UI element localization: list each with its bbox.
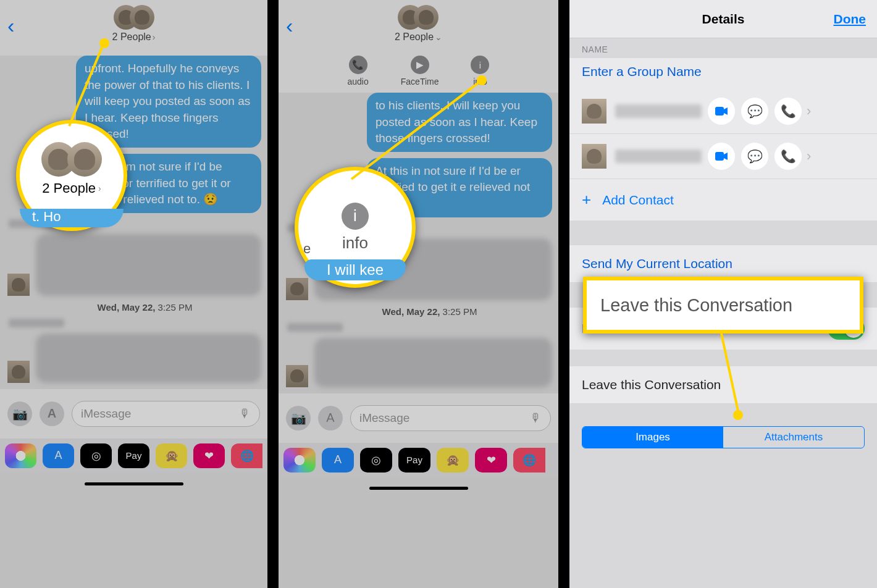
- activity-app-icon[interactable]: ◎: [360, 448, 392, 472]
- done-button[interactable]: Done: [834, 12, 867, 27]
- add-contact-row[interactable]: + Add Contact: [569, 179, 877, 220]
- info-icon: i: [471, 56, 489, 74]
- avatar: [7, 361, 30, 383]
- call-button[interactable]: 📞: [774, 98, 802, 125]
- app-store-icon[interactable]: A: [40, 401, 64, 426]
- callout-people: 2 People› t. Ho: [16, 120, 127, 231]
- people-label: 2 People: [112, 32, 151, 43]
- panel-step-2: ‹ 2 People ⌄ 📞audio ▶FaceTime iinfo to h…: [279, 0, 558, 588]
- contact-row[interactable]: 💬 📞 ›: [569, 134, 877, 179]
- segment-images[interactable]: Images: [582, 427, 723, 448]
- camera-icon[interactable]: 📷: [7, 401, 32, 426]
- callout-leave: Leave this Conversation: [583, 277, 863, 334]
- annotation-dot: [477, 75, 487, 85]
- message-button[interactable]: 💬: [741, 143, 768, 170]
- callout-info: e i info I will kee: [295, 167, 416, 288]
- avatar: [414, 5, 438, 30]
- svg-rect-3: [715, 152, 724, 161]
- facetime-button[interactable]: ▶FaceTime: [401, 56, 439, 89]
- photos-app-icon[interactable]: [5, 443, 36, 468]
- home-indicator: [0, 473, 267, 495]
- group-avatars[interactable]: [398, 5, 438, 30]
- activity-app-icon[interactable]: ◎: [80, 443, 112, 468]
- mic-icon[interactable]: 🎙: [239, 407, 251, 421]
- video-icon: ▶: [411, 56, 429, 74]
- message-input[interactable]: iMessage 🎙: [72, 401, 260, 427]
- contact-row[interactable]: 💬 📞 ›: [569, 89, 877, 134]
- svg-rect-2: [715, 107, 724, 116]
- received-bubble-redacted: [7, 334, 261, 383]
- chevron-right-icon: ›: [807, 148, 811, 164]
- people-count[interactable]: 2 People ⌄: [395, 32, 442, 43]
- mic-icon[interactable]: 🎙: [530, 411, 542, 425]
- panel-step-3-details: Details Done NAME Enter a Group Name 💬 📞…: [569, 0, 877, 588]
- leave-conversation-row[interactable]: Leave this Conversation: [569, 366, 877, 404]
- memoji-app-icon[interactable]: 🙊: [156, 443, 187, 468]
- apple-pay-icon[interactable]: Pay: [398, 448, 430, 472]
- details-header: Details Done: [569, 0, 877, 38]
- avatar: [582, 99, 606, 124]
- message-button[interactable]: 💬: [741, 98, 768, 125]
- input-bar: 📷 A iMessage 🎙: [0, 389, 267, 439]
- call-button[interactable]: 📞: [774, 143, 802, 170]
- received-bubble-redacted: [7, 234, 261, 296]
- digital-touch-icon[interactable]: ❤: [193, 443, 225, 468]
- nav-bar: ‹ 2 People ⌄: [279, 0, 558, 56]
- avatar: [67, 142, 102, 177]
- more-apps-icon[interactable]: 🌐: [513, 448, 545, 472]
- audio-button[interactable]: 📞audio: [348, 56, 369, 89]
- back-button[interactable]: ‹: [286, 14, 293, 38]
- phone-icon: 📞: [349, 56, 367, 74]
- more-apps-icon[interactable]: 🌐: [231, 443, 262, 468]
- annotation-dot: [99, 38, 109, 48]
- back-button[interactable]: ‹: [7, 14, 14, 38]
- contact-name-redacted: [615, 104, 702, 118]
- people-count[interactable]: 2 People ›: [112, 32, 156, 43]
- apple-pay-icon[interactable]: Pay: [118, 443, 149, 468]
- facetime-button[interactable]: [708, 98, 735, 125]
- app-store-icon[interactable]: A: [318, 406, 343, 430]
- avatar: [7, 274, 30, 296]
- app-store-app-icon[interactable]: A: [43, 443, 74, 468]
- photos-app-icon[interactable]: [283, 448, 316, 472]
- segment-control[interactable]: Images Attachments: [582, 426, 865, 448]
- digital-touch-icon[interactable]: ❤: [475, 448, 507, 472]
- group-avatars[interactable]: [114, 5, 154, 30]
- page-title: Details: [702, 12, 745, 27]
- contact-name-redacted: [615, 149, 702, 163]
- app-store-app-icon[interactable]: A: [322, 448, 354, 472]
- nav-bar: ‹ 2 People ›: [0, 0, 267, 56]
- message-input[interactable]: iMessage🎙: [350, 405, 551, 431]
- app-drawer[interactable]: A ◎ Pay 🙊 ❤ 🌐: [0, 439, 267, 473]
- panel-step-1: ‹ 2 People › upfront. Hopefully he conve…: [0, 0, 267, 588]
- sent-bubble: to his clients. I will keep you posted a…: [367, 93, 552, 152]
- camera-icon[interactable]: 📷: [286, 406, 311, 430]
- section-label-name: NAME: [569, 38, 877, 58]
- annotation-dot: [733, 410, 743, 420]
- chevron-right-icon: ›: [807, 103, 811, 119]
- chevron-down-icon: ⌄: [435, 32, 442, 42]
- action-row: 📞audio ▶FaceTime iinfo: [279, 56, 558, 93]
- memoji-app-icon[interactable]: 🙊: [437, 448, 469, 472]
- facetime-button[interactable]: [708, 143, 735, 170]
- avatar: [582, 144, 606, 169]
- timestamp: Wed, May 22, 3:25 PM: [28, 302, 261, 313]
- group-name-input[interactable]: Enter a Group Name: [569, 58, 877, 89]
- plus-icon: +: [582, 190, 591, 209]
- info-icon: i: [342, 203, 369, 230]
- chevron-right-icon: ›: [153, 32, 156, 42]
- avatar: [130, 5, 154, 30]
- segment-attachments[interactable]: Attachments: [723, 427, 864, 448]
